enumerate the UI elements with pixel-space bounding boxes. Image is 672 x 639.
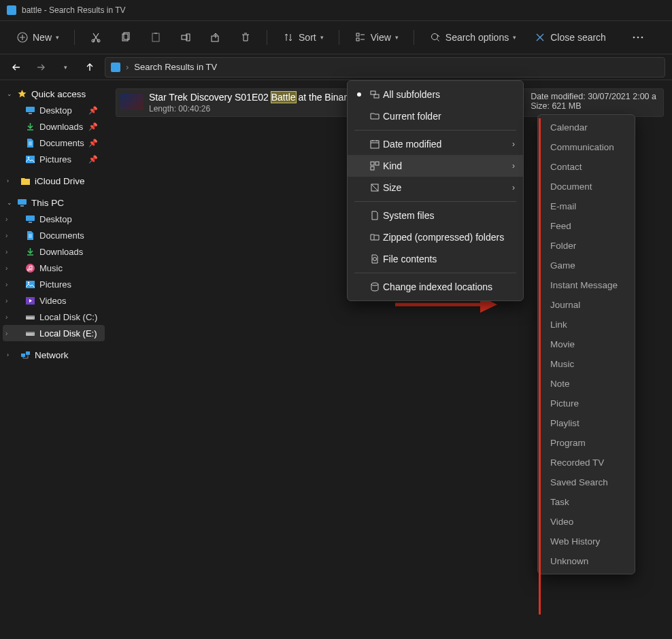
main-area: ⌄ Quick access Desktop📌Downloads📌Documen… <box>0 80 672 639</box>
menu-date-modified[interactable]: Date modified › <box>348 133 523 155</box>
kind-item-playlist[interactable]: Playlist <box>538 413 635 433</box>
view-button[interactable]: View ▾ <box>348 27 405 48</box>
kind-item-video[interactable]: Video <box>538 512 635 532</box>
more-button[interactable] <box>625 27 651 48</box>
location-icon <box>111 63 120 72</box>
svg-rect-11 <box>356 38 359 41</box>
svg-point-14 <box>637 37 639 39</box>
new-button[interactable]: New ▾ <box>10 27 66 48</box>
kind-item-feed[interactable]: Feed <box>538 216 635 236</box>
calendar-icon <box>369 139 382 150</box>
view-icon <box>354 31 367 44</box>
address-bar[interactable]: › Search Results in TV <box>105 57 665 77</box>
menu-all-subfolders[interactable]: All subfolders <box>348 84 523 105</box>
menu-system-files[interactable]: System files <box>348 205 523 226</box>
kind-item-saved-search[interactable]: Saved Search <box>538 472 635 492</box>
kind-item-link[interactable]: Link <box>538 315 635 334</box>
kind-item-recorded-tv[interactable]: Recorded TV <box>538 453 635 472</box>
size-icon <box>369 182 382 193</box>
kind-item-music[interactable]: Music <box>538 354 635 374</box>
forward-button[interactable] <box>31 58 50 77</box>
sidebar-item-desktop[interactable]: ›Desktop <box>3 211 105 227</box>
close-search-button[interactable]: Close search <box>527 27 613 48</box>
kind-item-folder[interactable]: Folder <box>538 236 635 256</box>
menu-file-contents[interactable]: File contents <box>348 248 523 270</box>
kind-item-calendar[interactable]: Calendar <box>538 118 635 137</box>
sidebar-item-downloads[interactable]: Downloads📌 <box>3 118 105 135</box>
kind-item-web-history[interactable]: Web History <box>538 532 635 551</box>
chevron-right-icon: › <box>512 183 515 192</box>
chevron-right-icon: › <box>5 264 7 272</box>
svg-point-12 <box>431 34 437 40</box>
sidebar-this-pc[interactable]: ⌄ This PC <box>3 194 105 211</box>
chevron-right-icon: › <box>512 139 515 149</box>
sidebar-item-desktop[interactable]: Desktop📌 <box>3 102 105 118</box>
kind-item-contact[interactable]: Contact <box>538 157 635 177</box>
result-date: Date modified: 30/07/2021 2:00 a <box>531 92 656 101</box>
chevron-right-icon: › <box>5 232 7 239</box>
cut-button[interactable] <box>83 27 109 48</box>
chevron-down-icon: ⌄ <box>7 199 12 206</box>
sidebar-item-videos[interactable]: ›Videos <box>3 292 105 309</box>
menu-current-folder[interactable]: Current folder <box>348 105 523 127</box>
sidebar-item-pictures[interactable]: Pictures📌 <box>3 151 105 167</box>
picture-icon <box>24 154 35 165</box>
svg-point-30 <box>33 317 34 319</box>
kind-item-instant-message[interactable]: Instant Message <box>538 275 635 295</box>
sidebar-network[interactable]: › Network <box>3 347 105 363</box>
history-button[interactable]: ▾ <box>56 58 75 77</box>
kind-item-document[interactable]: Document <box>538 177 635 196</box>
kind-item-task[interactable]: Task <box>538 492 635 512</box>
paste-button[interactable] <box>143 27 169 48</box>
sidebar-item-documents[interactable]: ›Documents <box>3 227 105 243</box>
result-title: Star Trek Discovery S01E02 Battle at the… <box>149 92 352 103</box>
search-options-button[interactable]: Search options ▾ <box>422 27 523 48</box>
kind-item-note[interactable]: Note <box>538 374 635 394</box>
delete-button[interactable] <box>233 27 258 48</box>
close-icon <box>534 31 546 44</box>
back-button[interactable] <box>7 58 26 77</box>
search-options-menu: All subfolders Current folder Date modif… <box>347 80 524 301</box>
menu-kind[interactable]: Kind › <box>348 155 523 177</box>
svg-rect-38 <box>371 141 379 148</box>
menu-change-indexed[interactable]: Change indexed locations <box>348 276 523 298</box>
svg-point-44 <box>371 283 378 286</box>
menu-zipped[interactable]: Zipped (compressed) folders <box>348 226 523 248</box>
kind-item-game[interactable]: Game <box>538 256 635 275</box>
svg-rect-40 <box>375 162 379 165</box>
menu-size[interactable]: Size › <box>348 177 523 198</box>
kind-item-communication[interactable]: Communication <box>538 137 635 157</box>
document-icon <box>24 230 35 241</box>
plus-icon <box>16 31 29 44</box>
kind-item-program[interactable]: Program <box>538 433 635 453</box>
separator <box>267 30 267 45</box>
kind-item-e-mail[interactable]: E-mail <box>538 196 635 216</box>
nav-row: ▾ › Search Results in TV <box>0 54 672 80</box>
kind-item-picture[interactable]: Picture <box>538 394 635 413</box>
content-pane: Star Trek Discovery S01E02 Battle at the… <box>107 80 672 639</box>
sidebar-item-music[interactable]: ›Music <box>3 260 105 276</box>
sidebar-item-downloads[interactable]: ›Downloads <box>3 243 105 260</box>
kind-item-unknown[interactable]: Unknown <box>538 551 635 571</box>
copy-button[interactable] <box>113 27 139 48</box>
sidebar-item-pictures[interactable]: ›Pictures <box>3 276 105 292</box>
sort-button[interactable]: Sort ▾ <box>275 27 331 48</box>
file-contents-icon <box>369 254 382 264</box>
share-button[interactable] <box>203 27 229 48</box>
sidebar-item-local-disk-c-[interactable]: ›Local Disk (C:) <box>3 309 105 325</box>
sidebar-item-documents[interactable]: Documents📌 <box>3 135 105 151</box>
sidebar-quick-access[interactable]: ⌄ Quick access <box>3 86 105 102</box>
up-button[interactable] <box>80 58 99 77</box>
rename-button[interactable] <box>173 27 199 48</box>
svg-rect-29 <box>26 315 35 317</box>
chevron-down-icon: ▾ <box>64 64 67 71</box>
menu-label: Change indexed locations <box>383 281 492 292</box>
kind-item-movie[interactable]: Movie <box>538 334 635 354</box>
sidebar-item-local-disk-e-[interactable]: ›Local Disk (E:) <box>3 325 105 341</box>
sidebar-item-label: Documents <box>39 138 84 148</box>
pin-icon: 📌 <box>88 155 98 164</box>
sidebar-icloud-drive[interactable]: › iCloud Drive <box>3 173 105 189</box>
kind-item-journal[interactable]: Journal <box>538 295 635 315</box>
menu-label: Current folder <box>383 111 441 122</box>
sort-label: Sort <box>299 32 316 43</box>
